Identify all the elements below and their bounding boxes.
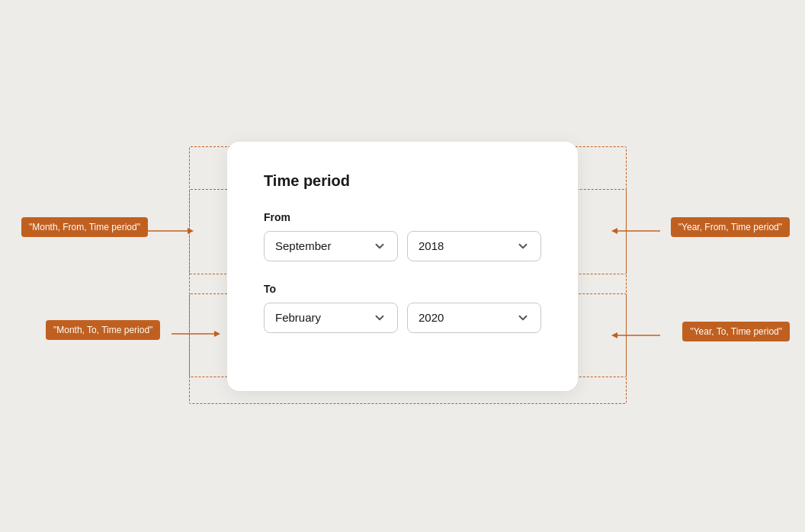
- to-year-value: 2020: [419, 311, 444, 324]
- arrow-month-from: [145, 225, 197, 237]
- annotation-year-to: "Year, To, Time period": [682, 322, 790, 341]
- from-section: From September 2018: [264, 211, 541, 261]
- to-month-dropdown[interactable]: February: [264, 303, 398, 333]
- annotation-month-to: "Month, To, Time period": [46, 320, 160, 340]
- arrow-year-to: [608, 329, 660, 341]
- to-section: To February 2020: [264, 283, 541, 333]
- from-year-value: 2018: [419, 239, 444, 252]
- annotation-year-from: "Year, From, Time period": [671, 217, 790, 237]
- to-year-dropdown[interactable]: 2020: [407, 303, 541, 333]
- time-period-card: Time period From September 2018 To Febru…: [227, 142, 578, 391]
- svg-marker-1: [188, 228, 194, 234]
- to-label: To: [264, 283, 541, 295]
- from-label: From: [264, 211, 541, 223]
- to-year-chevron-icon: [516, 311, 530, 325]
- arrow-month-to: [172, 328, 223, 340]
- svg-marker-5: [214, 331, 220, 337]
- to-row: February 2020: [264, 303, 541, 333]
- from-year-chevron-icon: [516, 239, 530, 253]
- from-month-chevron-icon: [373, 239, 386, 253]
- card-title: Time period: [264, 172, 541, 190]
- from-month-dropdown[interactable]: September: [264, 231, 398, 261]
- arrow-year-from: [608, 225, 660, 237]
- from-month-value: September: [275, 239, 331, 252]
- svg-marker-7: [611, 332, 617, 338]
- from-row: September 2018: [264, 231, 541, 261]
- from-year-dropdown[interactable]: 2018: [407, 231, 541, 261]
- to-month-chevron-icon: [373, 311, 386, 325]
- to-month-value: February: [275, 311, 321, 324]
- annotation-month-from: "Month, From, Time period": [21, 217, 148, 237]
- svg-marker-3: [611, 228, 617, 234]
